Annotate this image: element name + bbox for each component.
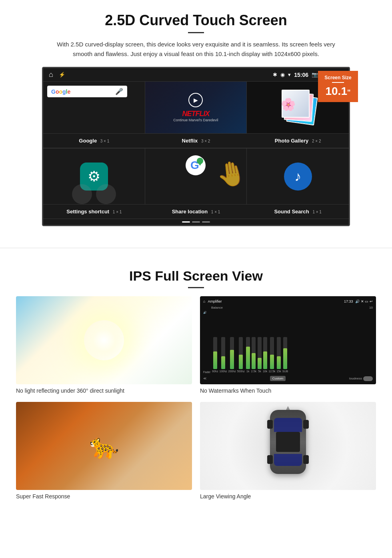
sound-search-app-cell[interactable]: ♪: [247, 149, 349, 205]
location-icon: ◉: [280, 72, 285, 78]
app-labels-row1: Google 3 × 1 Netflix 3 × 2 Photo Gallery…: [43, 134, 349, 148]
page-dot-3[interactable]: [202, 221, 210, 223]
gallery-grid: 2 × 2: [310, 139, 321, 143]
toggle-track[interactable]: [363, 376, 373, 381]
page-dot-1[interactable]: [182, 221, 190, 223]
music-note-icon: ♪: [284, 163, 312, 191]
gallery-label: Photo Gallery 2 × 2: [247, 136, 349, 145]
screen-size-badge: Screen Size 10.1": [318, 71, 358, 102]
usb-icon: ⚡: [59, 72, 65, 78]
google-label: Google 3 × 1: [43, 136, 145, 145]
cheetah-caption: Super Fast Response: [16, 493, 192, 500]
custom-button[interactable]: Custom: [270, 376, 286, 381]
bg-silhouette: [72, 184, 116, 204]
car-image: ▲: [200, 402, 376, 490]
section1-description: With 2.5D curved-display screen, this de…: [56, 40, 336, 59]
netflix-grid: 3 × 2: [199, 139, 210, 143]
sil-circle-1: [72, 184, 92, 204]
amp-bar-5k: 5k: [258, 337, 262, 373]
netflix-logo: NETFLIX: [173, 110, 218, 118]
sound-label: Sound Search 1 × 1: [247, 207, 349, 216]
clock: 15:06: [294, 72, 308, 78]
google-logo: Google: [51, 88, 70, 95]
pagination-bar: [43, 219, 349, 225]
section1-title: 2.5D Curved Touch Screen: [24, 12, 368, 29]
amp-bar-10k: 10k: [263, 337, 267, 373]
section2-divider: [188, 287, 204, 288]
cheetah-emoji: 🐆: [89, 432, 119, 460]
car-body: [270, 410, 306, 474]
car-wheel-bl: [267, 455, 273, 464]
badge-size: 10.1": [324, 84, 352, 98]
netflix-app-cell[interactable]: ▶ NETFLIX Continue Marvel's Daredevil: [145, 82, 247, 134]
amp-bar-500hz: 500hz: [237, 337, 245, 373]
badge-title: Screen Size: [324, 75, 352, 80]
amplifier-feature: ⌂ Amplifier 17:33 🔊 ✕ ▭ ↩ Balance 10 🔊 F…: [200, 296, 376, 394]
car-wheel-tr: [303, 420, 309, 429]
settings-name: Settings shortcut: [66, 209, 109, 215]
sun-glow: [84, 320, 124, 360]
amp-bar-2-5k: 2.5k: [251, 337, 256, 373]
netflix-label: Netflix 3 × 2: [145, 136, 247, 145]
sunlight-image: [16, 296, 192, 384]
home-icon[interactable]: ⌂: [49, 70, 53, 79]
gallery-card-3: 🌸: [282, 90, 310, 118]
amp-home-icon: ⌂: [203, 299, 205, 303]
amp-footer: ≪ Custom loudness: [203, 374, 373, 381]
loudness-toggle[interactable]: loudness: [349, 376, 373, 381]
amp-bar-12-5k: 12.5k: [268, 337, 275, 373]
device-screen: ⌂ ⚡ ✱ ◉ ▾ 15:06 📷 🔊 ✕ ▭: [42, 67, 350, 226]
app-labels-row2: Settings shortcut 1 × 1 Share location 1…: [43, 205, 349, 219]
share-name: Share location: [172, 209, 208, 215]
gallery-name: Photo Gallery: [275, 138, 309, 144]
amp-bar-200hz: 200hz: [228, 337, 236, 373]
amp-title: Amplifier: [208, 299, 222, 303]
google-search-bar[interactable]: Google 🎤: [47, 86, 127, 97]
curved-touch-section: 2.5D Curved Touch Screen With 2.5D curve…: [0, 0, 392, 236]
netflix-name: Netflix: [182, 138, 198, 144]
netflix-subtitle: Continue Marvel's Daredevil: [173, 118, 218, 122]
amp-bar-100hz: 100hz: [219, 337, 227, 373]
share-content: G 🤚: [145, 149, 247, 184]
flower-icon: 🌸: [274, 90, 302, 118]
app-grid-row2: ⚙ G 🤚: [43, 148, 349, 205]
google-app-cell[interactable]: Google 🎤: [43, 82, 145, 134]
sunlight-caption: No light reflecting under 360° direct su…: [16, 387, 192, 394]
amp-bar-sub: SUB: [282, 337, 288, 373]
amplifier-image: ⌂ Amplifier 17:33 🔊 ✕ ▭ ↩ Balance 10 🔊 F…: [200, 296, 376, 384]
google-maps-icon: G: [185, 155, 207, 177]
camera-icon: 📷: [312, 72, 318, 78]
ips-section: IPS Full Screen View No light reflecting…: [0, 260, 392, 512]
cheetah-image: 🐆: [16, 402, 192, 490]
share-app-cell[interactable]: G 🤚: [145, 149, 247, 205]
hand-overlay: 🤚: [214, 157, 247, 191]
title-divider: [188, 32, 204, 33]
amp-bar-15k: 15k: [276, 337, 281, 373]
page-dot-2[interactable]: [192, 221, 200, 223]
amp-time: 17:33: [344, 299, 353, 303]
section-divider: [0, 248, 392, 248]
car-feature: ▲ Large Viewing Angle: [200, 402, 376, 500]
badge-divider: [332, 82, 344, 83]
share-label: Share location 1 × 1: [145, 207, 247, 216]
gallery-stack: 🌸: [280, 90, 316, 126]
loudness-label: loudness: [349, 377, 362, 380]
amp-bar-1k: 1k: [246, 337, 250, 373]
amp-header: ⌂ Amplifier 17:33 🔊 ✕ ▭ ↩: [203, 299, 373, 303]
settings-app-cell[interactable]: ⚙: [43, 149, 145, 205]
play-button[interactable]: ▶: [188, 93, 203, 107]
google-name: Google: [79, 138, 97, 144]
settings-grid: 1 × 1: [110, 210, 122, 214]
mic-icon[interactable]: 🎤: [115, 88, 123, 95]
amp-bars: 60hz 100hz 200hz 500hz: [212, 310, 373, 374]
settings-label: Settings shortcut 1 × 1: [43, 207, 145, 216]
amp-icons: 🔊 ✕ ▭ ↩: [355, 299, 373, 303]
sound-grid: 1 × 1: [310, 210, 322, 214]
car-caption: Large Viewing Angle: [200, 493, 376, 500]
app-grid-row1: Google 🎤 ▶ NETFLIX Continue Marvel's Dar…: [43, 81, 349, 134]
car-wheel-tl: [267, 420, 273, 429]
section2-title: IPS Full Screen View: [16, 268, 376, 284]
car-roof: [276, 432, 300, 452]
amplifier-caption: No Watermarks When Touch: [200, 387, 376, 394]
car-windshield: [274, 418, 302, 432]
